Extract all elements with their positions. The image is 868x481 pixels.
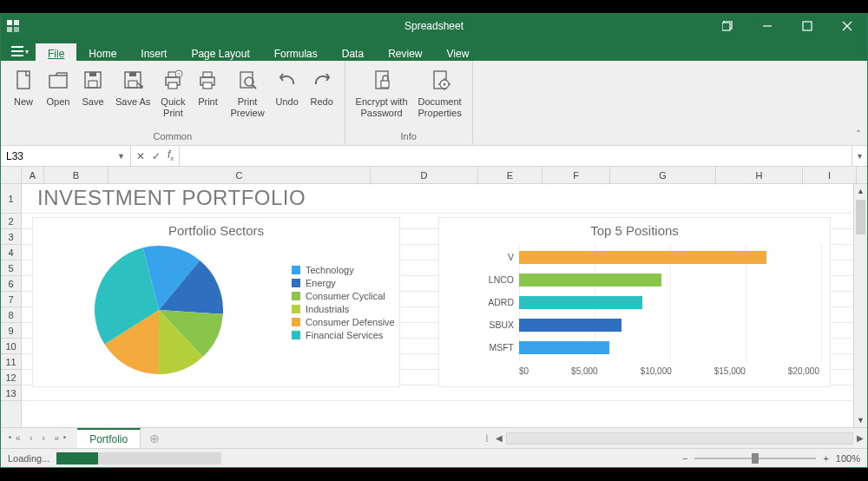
ribbon-group-label: Info xyxy=(351,130,467,143)
zoom-in-button[interactable]: + xyxy=(823,453,828,464)
redo-icon xyxy=(311,66,333,94)
scroll-right-icon[interactable]: ▶ xyxy=(853,433,867,443)
minimize-button[interactable] xyxy=(747,14,787,38)
scroll-down-icon[interactable]: ▼ xyxy=(854,413,867,427)
column-header[interactable]: B xyxy=(44,167,108,183)
svg-rect-13 xyxy=(17,71,30,89)
row-header[interactable]: 8 xyxy=(1,307,21,323)
chevron-down-icon[interactable]: ▼ xyxy=(117,152,125,161)
legend-item: Energy xyxy=(292,278,395,288)
svg-point-35 xyxy=(443,83,445,86)
app-menu-icon[interactable]: ▾ xyxy=(8,42,32,61)
sheet-tab-active[interactable]: Portfolio xyxy=(77,428,141,449)
row-header[interactable]: 4 xyxy=(1,245,21,260)
zoom-slider[interactable] xyxy=(694,458,816,459)
bar-row: LNCO xyxy=(484,268,819,291)
vertical-scrollbar[interactable]: ▲ ▼ xyxy=(853,184,867,427)
column-header[interactable]: G xyxy=(610,167,716,183)
svg-rect-16 xyxy=(89,72,96,76)
new-button[interactable]: New xyxy=(6,63,41,130)
document-properties-button[interactable]: DocumentProperties xyxy=(413,63,467,130)
axis-tick: $10,000 xyxy=(641,366,672,376)
legend-item: Financial Services xyxy=(292,330,395,340)
svg-rect-19 xyxy=(129,72,136,76)
progress-bar xyxy=(56,452,221,465)
axis-tick: $5,000 xyxy=(571,366,598,376)
scroll-track[interactable] xyxy=(506,432,853,445)
svg-rect-7 xyxy=(803,22,812,30)
spreadsheet-grid[interactable]: ABCDEFGHI 12345678910111213 INVESTMENT P… xyxy=(1,167,867,427)
collapse-ribbon-icon[interactable]: ˆ xyxy=(857,129,860,142)
column-header[interactable]: A xyxy=(22,167,44,183)
saveas-icon xyxy=(122,66,144,94)
window-title: Spreadsheet xyxy=(404,20,464,32)
column-header[interactable]: E xyxy=(478,167,542,183)
column-header[interactable]: I xyxy=(803,167,857,183)
legend-item: Industrials xyxy=(292,304,395,314)
name-box[interactable]: L33 ▼ xyxy=(1,146,131,166)
axis-tick: $15,000 xyxy=(714,366,746,376)
fx-icon[interactable]: fx xyxy=(168,148,174,162)
open-button[interactable]: Open xyxy=(41,63,76,130)
scroll-thumb[interactable] xyxy=(856,200,865,234)
row-header[interactable]: 6 xyxy=(1,276,21,292)
sheet-nav-buttons[interactable]: ꞏ« ‹ › »ꞏ xyxy=(1,433,77,443)
scroll-up-icon[interactable]: ▲ xyxy=(854,184,867,198)
add-sheet-button[interactable]: ⊕ xyxy=(141,432,168,445)
row-header[interactable]: 13 xyxy=(1,385,21,401)
bar-chart[interactable]: Top 5 Positions VLNCOADRDSBUXMSFT $0$5,0… xyxy=(438,217,831,387)
formula-input[interactable] xyxy=(180,146,852,166)
svg-rect-15 xyxy=(89,81,97,88)
column-header[interactable] xyxy=(1,167,22,183)
preview-icon xyxy=(236,66,259,94)
svg-rect-22 xyxy=(168,82,177,89)
page-title: INVESTMENT PORTFOLIO xyxy=(37,186,306,210)
svg-rect-3 xyxy=(14,27,19,32)
row-header[interactable]: 1 xyxy=(1,184,21,214)
column-header[interactable]: D xyxy=(371,167,478,183)
row-header[interactable]: 11 xyxy=(1,354,21,370)
undo-button[interactable]: Undo xyxy=(270,63,305,130)
quick-print-button[interactable]: ?QuickPrint xyxy=(155,63,190,130)
column-header[interactable]: C xyxy=(108,167,371,183)
svg-rect-18 xyxy=(128,81,137,88)
ribbon-group-label: Common xyxy=(6,130,339,143)
folder-icon xyxy=(47,66,69,94)
encrypt-icon xyxy=(371,66,393,94)
restore-window-icon[interactable] xyxy=(707,14,747,38)
row-header[interactable]: 2 xyxy=(1,214,21,229)
cancel-formula-icon[interactable]: ✕ xyxy=(136,150,145,162)
horizontal-scrollbar[interactable]: ⁞ ◀ ▶ xyxy=(485,428,867,448)
bar-chart-body: VLNCOADRDSBUXMSFT xyxy=(484,246,819,362)
chart-title: Top 5 Positions xyxy=(439,218,830,241)
encrypt-with-password-button[interactable]: Encrypt withPassword xyxy=(351,63,413,130)
accept-formula-icon[interactable]: ✓ xyxy=(152,150,161,162)
axis-tick: $0 xyxy=(519,366,529,376)
row-header[interactable]: 10 xyxy=(1,339,21,354)
row-header[interactable]: 5 xyxy=(1,260,21,276)
zoom-out-button[interactable]: − xyxy=(682,453,687,464)
row-header[interactable]: 7 xyxy=(1,292,21,307)
row-header[interactable]: 3 xyxy=(1,229,21,245)
row-header[interactable]: 12 xyxy=(1,370,21,385)
column-header[interactable]: F xyxy=(542,167,610,183)
redo-button[interactable]: Redo xyxy=(305,63,339,130)
maximize-button[interactable] xyxy=(787,14,827,38)
pie-legend: TechnologyEnergyConsumer CyclicalIndustr… xyxy=(292,265,395,343)
docprops-icon xyxy=(429,66,451,94)
expand-formula-icon[interactable]: ▾ xyxy=(852,146,867,166)
close-button[interactable] xyxy=(827,14,867,38)
save-as-button[interactable]: Save As xyxy=(110,63,155,130)
print-preview-button[interactable]: PrintPreview xyxy=(225,63,269,130)
pie-chart[interactable]: Portfolio Sectors TechnologyEnergyConsum… xyxy=(32,217,400,387)
bar-row: ADRD xyxy=(484,291,819,313)
print-icon xyxy=(196,66,219,94)
svg-rect-5 xyxy=(722,23,730,30)
save-button[interactable]: Save xyxy=(76,63,110,130)
legend-item: Consumer Cyclical xyxy=(292,291,395,301)
column-header[interactable]: H xyxy=(716,167,803,183)
scroll-left-icon[interactable]: ◀ xyxy=(492,433,506,443)
row-header[interactable]: 9 xyxy=(1,323,21,339)
svg-rect-32 xyxy=(381,81,389,88)
print-button[interactable]: Print xyxy=(190,63,225,130)
